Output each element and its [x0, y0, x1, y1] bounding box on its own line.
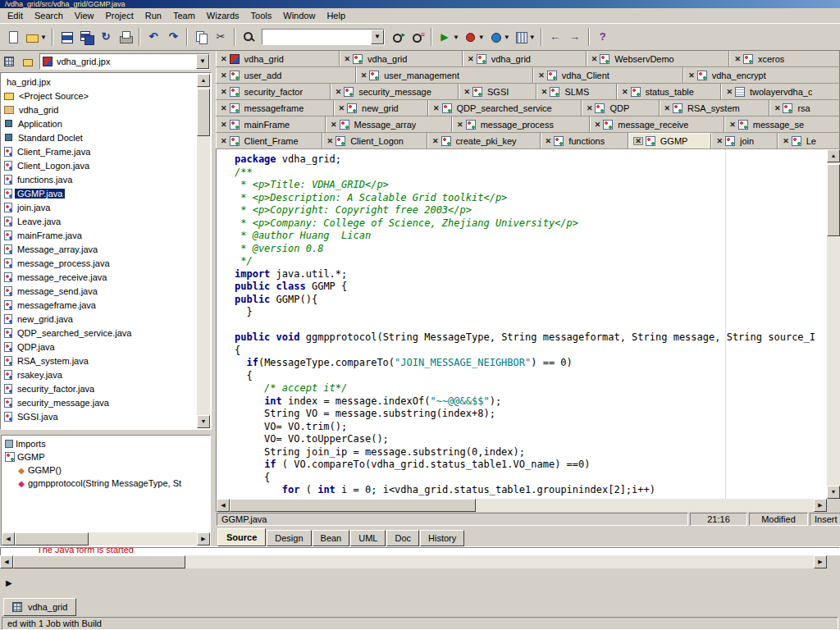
- menu-help[interactable]: Help: [321, 9, 351, 22]
- editor-horizontal-scrollbar[interactable]: ◀ ▶: [216, 499, 840, 512]
- scroll-right-icon[interactable]: ▶: [814, 555, 827, 568]
- structure-item[interactable]: ◆GGMP(): [2, 463, 210, 477]
- close-icon[interactable]: ✕: [221, 104, 227, 112]
- project-tree-item[interactable]: Standard Doclet: [2, 130, 197, 144]
- editor-tab-sgsi[interactable]: ✕SGSI: [459, 84, 536, 99]
- refresh-button[interactable]: [96, 26, 116, 48]
- view-tab-design[interactable]: Design: [267, 530, 311, 546]
- chevron-down-icon[interactable]: ▼: [196, 54, 209, 69]
- project-tree-item[interactable]: Application: [2, 116, 197, 130]
- view-tab-history[interactable]: History: [420, 530, 464, 546]
- scroll-thumb[interactable]: [15, 532, 89, 546]
- close-icon[interactable]: ✕: [468, 55, 474, 63]
- editor-tab-client_logon[interactable]: ✕Client_Logon: [322, 133, 427, 148]
- editor-tab-vdha_grid[interactable]: ✕vdha_grid: [216, 51, 340, 66]
- run-button[interactable]: ▼: [436, 26, 461, 48]
- project-tree-item[interactable]: security_factor.java: [2, 381, 197, 395]
- scroll-right-icon[interactable]: ▶: [814, 499, 827, 512]
- project-tree-item[interactable]: new_grid.java: [2, 312, 197, 326]
- close-icon[interactable]: ✕: [587, 104, 593, 112]
- editor-tab-le[interactable]: ✕Le: [778, 133, 840, 148]
- editor-tab-twolayervdha_c[interactable]: ✕twolayervdha_c: [721, 84, 840, 99]
- editor-tab-xceros[interactable]: ✕xceros: [729, 51, 840, 66]
- project-tree-item[interactable]: rsakey.java: [2, 368, 197, 381]
- scroll-track[interactable]: [827, 162, 840, 486]
- menu-search[interactable]: Search: [29, 9, 69, 22]
- editor-tab-message_se[interactable]: ✕message_se: [724, 116, 840, 132]
- message-horizontal-scrollbar[interactable]: ◀ ▶: [0, 555, 840, 568]
- editor-tab-message_process[interactable]: ✕message_process: [452, 116, 590, 132]
- menu-wizards[interactable]: Wizards: [201, 9, 245, 22]
- menu-view[interactable]: View: [69, 9, 100, 22]
- project-tree-item[interactable]: messageframe.java: [2, 298, 197, 312]
- close-icon[interactable]: ✕: [688, 71, 695, 80]
- view-tab-source[interactable]: Source: [217, 528, 266, 546]
- project-tree-item[interactable]: SGSI.java: [2, 409, 197, 423]
- project-tree-item[interactable]: functions.java: [2, 172, 197, 186]
- chevron-down-icon[interactable]: ▼: [504, 34, 510, 41]
- menu-project[interactable]: Project: [99, 9, 139, 22]
- print-button[interactable]: [116, 26, 135, 48]
- make-button[interactable]: ▼: [512, 26, 537, 48]
- close-icon[interactable]: ✕: [221, 71, 227, 80]
- scroll-down-icon[interactable]: ▼: [827, 486, 840, 499]
- structure-scrollbar[interactable]: ◀ ▶: [2, 532, 210, 546]
- menu-team[interactable]: Team: [167, 9, 201, 22]
- project-tree-item[interactable]: mainFrame.java: [2, 228, 197, 242]
- editor-tab-new_grid[interactable]: ✕new_grid: [334, 100, 428, 116]
- view-tab-uml[interactable]: UML: [350, 530, 386, 546]
- project-tree-item[interactable]: GGMP.java: [2, 186, 197, 200]
- code-editor[interactable]: package vdha_grid;/** * <p>Title: VDHA_G…: [216, 149, 840, 499]
- project-tree-item[interactable]: <Project Source>: [2, 89, 197, 103]
- scroll-right-icon[interactable]: ▶: [197, 532, 210, 546]
- editor-tab-vdha_encrypt[interactable]: ✕vdha_encrypt: [683, 67, 840, 83]
- close-icon[interactable]: ✕: [221, 55, 227, 63]
- menu-run[interactable]: Run: [139, 9, 167, 22]
- chevron-down-icon[interactable]: ▼: [529, 34, 536, 41]
- close-icon[interactable]: ✕: [726, 88, 733, 96]
- editor-tab-join[interactable]: ✕join: [711, 133, 778, 148]
- editor-tab-webservdemo[interactable]: ✕WebservDemo: [587, 51, 730, 66]
- editor-tab-rsa_system[interactable]: ✕RSA_system: [660, 100, 769, 116]
- close-icon[interactable]: ✕: [734, 55, 741, 63]
- close-icon[interactable]: ✕: [633, 137, 643, 145]
- close-icon[interactable]: ✕: [622, 88, 628, 96]
- chevron-down-icon[interactable]: ▼: [478, 34, 485, 41]
- chevron-down-icon[interactable]: ▼: [40, 34, 47, 41]
- close-icon[interactable]: ✕: [729, 121, 736, 129]
- editor-tab-user_add[interactable]: ✕user_add: [216, 67, 356, 83]
- close-icon[interactable]: ✕: [361, 71, 368, 80]
- open-button[interactable]: ▼: [23, 26, 48, 48]
- editor-tab-message_array[interactable]: ✕Message_array: [326, 116, 452, 132]
- close-icon[interactable]: ✕: [463, 88, 470, 96]
- editor-tab-messageframe[interactable]: ✕messageframe: [216, 100, 334, 116]
- editor-tab-vdha_grid[interactable]: ✕vdha_grid: [463, 51, 587, 66]
- close-icon[interactable]: ✕: [595, 121, 601, 129]
- close-icon[interactable]: ✕: [716, 137, 723, 145]
- editor-tab-mainframe[interactable]: ✕mainFrame: [216, 116, 326, 132]
- project-tree-scrollbar[interactable]: ▲ ▼: [197, 74, 210, 428]
- save-button[interactable]: [57, 26, 76, 48]
- editor-tab-slms[interactable]: ✕SLMS: [536, 84, 617, 99]
- editor-tab-status_table[interactable]: ✕status_table: [617, 84, 721, 99]
- close-icon[interactable]: ✕: [327, 137, 334, 145]
- project-tree-item[interactable]: message_receive.java: [2, 270, 197, 284]
- view-tab-doc[interactable]: Doc: [386, 530, 419, 546]
- close-icon[interactable]: ✕: [457, 121, 463, 129]
- project-tree-item[interactable]: vdha_grid: [2, 103, 197, 116]
- code-text[interactable]: package vdha_grid;/** * <p>Title: VDHA_G…: [217, 149, 827, 499]
- project-tree-item[interactable]: Client_Logon.java: [2, 158, 197, 172]
- scroll-track[interactable]: [230, 499, 814, 512]
- editor-tab-user_management[interactable]: ✕user_management: [356, 67, 534, 83]
- project-tree-item[interactable]: QDP_searched_service.java: [2, 326, 197, 340]
- close-icon[interactable]: ✕: [221, 121, 227, 129]
- project-folder-button[interactable]: [21, 53, 37, 70]
- scroll-left-icon[interactable]: ◀: [0, 555, 13, 568]
- close-icon[interactable]: ✕: [221, 88, 227, 96]
- scroll-left-icon[interactable]: ◀: [2, 532, 15, 546]
- structure-item[interactable]: Imports: [2, 437, 210, 450]
- find-button[interactable]: [239, 26, 258, 48]
- editor-tab-message_receive[interactable]: ✕message_receive: [590, 116, 725, 132]
- editor-tab-create_pki_key[interactable]: ✕create_pki_key: [427, 133, 541, 148]
- editor-tab-security_factor[interactable]: ✕security_factor: [216, 84, 331, 99]
